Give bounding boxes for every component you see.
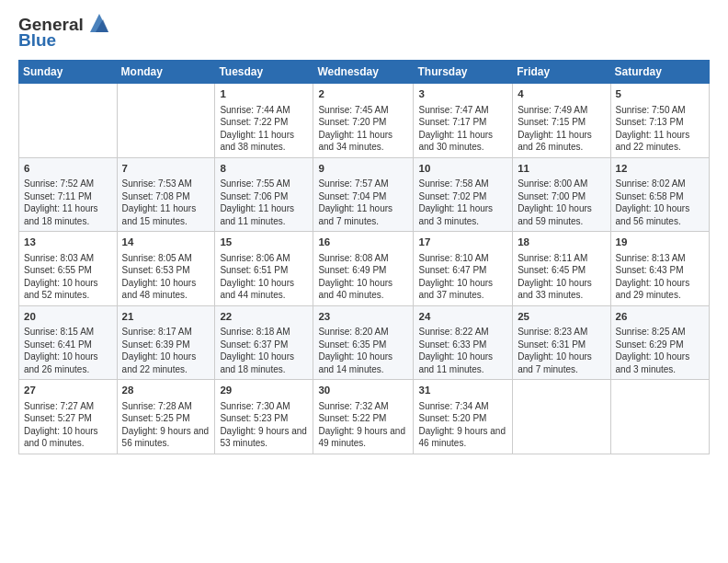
- day-cell: 30Sunrise: 7:32 AMSunset: 5:22 PMDayligh…: [313, 380, 414, 454]
- day-cell: 23Sunrise: 8:20 AMSunset: 6:35 PMDayligh…: [313, 305, 414, 380]
- day-number: 11: [518, 162, 605, 177]
- day-info: Sunrise: 7:28 AM: [122, 400, 210, 413]
- day-info: Daylight: 10 hours and 14 minutes.: [318, 350, 408, 375]
- day-info: Sunset: 6:29 PM: [616, 339, 704, 351]
- day-number: 6: [24, 162, 112, 177]
- day-info: Sunset: 7:13 PM: [616, 116, 704, 129]
- day-cell: 4Sunrise: 7:49 AMSunset: 7:15 PMDaylight…: [513, 84, 610, 158]
- day-number: 21: [122, 310, 210, 325]
- day-info: Daylight: 10 hours and 18 minutes.: [220, 350, 308, 375]
- day-info: Sunset: 6:43 PM: [616, 264, 704, 277]
- day-info: Daylight: 11 hours and 3 minutes.: [418, 202, 507, 227]
- day-info: Sunrise: 8:00 AM: [518, 178, 605, 190]
- day-number: 18: [518, 236, 605, 250]
- day-info: Daylight: 9 hours and 53 minutes.: [220, 425, 308, 450]
- day-cell: 10Sunrise: 7:58 AMSunset: 7:02 PMDayligh…: [414, 157, 513, 232]
- day-cell: 18Sunrise: 8:11 AMSunset: 6:45 PMDayligh…: [513, 232, 610, 306]
- day-cell: 17Sunrise: 8:10 AMSunset: 6:47 PMDayligh…: [414, 232, 513, 306]
- day-number: 26: [616, 310, 704, 325]
- day-cell: 27Sunrise: 7:27 AMSunset: 5:27 PMDayligh…: [19, 380, 118, 454]
- day-info: Sunset: 6:53 PM: [122, 264, 210, 277]
- logo-blue: Blue: [18, 30, 56, 51]
- day-info: Sunrise: 7:55 AM: [220, 178, 308, 190]
- weekday-saturday: Saturday: [610, 61, 709, 84]
- day-number: 19: [616, 236, 704, 250]
- day-info: Sunrise: 7:52 AM: [24, 178, 112, 190]
- day-cell: 5Sunrise: 7:50 AMSunset: 7:13 PMDaylight…: [610, 84, 709, 158]
- page: General Blue SundayMondayTuesdayWednesda…: [0, 0, 728, 563]
- day-info: Daylight: 10 hours and 29 minutes.: [616, 277, 704, 302]
- day-cell: 31Sunrise: 7:34 AMSunset: 5:20 PMDayligh…: [414, 380, 513, 454]
- day-cell: 11Sunrise: 8:00 AMSunset: 7:00 PMDayligh…: [513, 157, 610, 232]
- day-info: Sunset: 7:06 PM: [220, 190, 308, 203]
- day-info: Sunrise: 7:57 AM: [318, 178, 408, 190]
- day-info: Daylight: 10 hours and 40 minutes.: [318, 277, 408, 302]
- week-row-5: 27Sunrise: 7:27 AMSunset: 5:27 PMDayligh…: [19, 380, 710, 454]
- day-cell: 1Sunrise: 7:44 AMSunset: 7:22 PMDaylight…: [215, 84, 313, 158]
- day-info: Sunset: 6:58 PM: [616, 190, 704, 203]
- day-info: Sunrise: 8:15 AM: [24, 326, 112, 339]
- day-number: 23: [318, 310, 408, 325]
- day-number: 28: [122, 384, 210, 398]
- day-cell: [117, 84, 215, 158]
- day-number: 15: [220, 236, 308, 250]
- day-number: 31: [418, 384, 507, 398]
- weekday-sunday: Sunday: [19, 61, 118, 84]
- day-info: Sunrise: 8:05 AM: [122, 252, 210, 265]
- day-cell: 15Sunrise: 8:06 AMSunset: 6:51 PMDayligh…: [215, 232, 313, 306]
- day-info: Sunrise: 7:58 AM: [418, 178, 507, 190]
- day-info: Sunrise: 7:44 AM: [220, 104, 308, 117]
- day-cell: 13Sunrise: 8:03 AMSunset: 6:55 PMDayligh…: [19, 232, 118, 306]
- day-info: Daylight: 11 hours and 30 minutes.: [418, 129, 507, 154]
- day-info: Daylight: 10 hours and 7 minutes.: [518, 350, 605, 375]
- day-info: Sunrise: 8:20 AM: [318, 326, 408, 339]
- day-info: Sunset: 7:15 PM: [518, 116, 605, 129]
- day-info: Sunset: 5:23 PM: [220, 412, 308, 425]
- day-cell: 8Sunrise: 7:55 AMSunset: 7:06 PMDaylight…: [215, 157, 313, 232]
- day-info: Sunrise: 7:27 AM: [24, 400, 112, 413]
- logo: General Blue: [18, 14, 112, 51]
- day-number: 14: [122, 236, 210, 250]
- day-info: Sunset: 5:20 PM: [418, 412, 507, 425]
- day-info: Sunset: 6:31 PM: [518, 339, 605, 351]
- day-cell: 22Sunrise: 8:18 AMSunset: 6:37 PMDayligh…: [215, 305, 313, 380]
- day-info: Sunset: 6:47 PM: [418, 264, 507, 277]
- day-info: Sunrise: 8:17 AM: [122, 326, 210, 339]
- day-info: Daylight: 10 hours and 22 minutes.: [122, 350, 210, 375]
- day-cell: 7Sunrise: 7:53 AMSunset: 7:08 PMDaylight…: [117, 157, 215, 232]
- day-info: Daylight: 11 hours and 18 minutes.: [24, 202, 112, 227]
- header: General Blue: [18, 14, 710, 51]
- weekday-monday: Monday: [117, 61, 215, 84]
- day-cell: 26Sunrise: 8:25 AMSunset: 6:29 PMDayligh…: [610, 305, 709, 380]
- day-number: 8: [220, 162, 308, 177]
- weekday-tuesday: Tuesday: [215, 61, 313, 84]
- day-info: Sunrise: 8:06 AM: [220, 252, 308, 265]
- day-info: Daylight: 10 hours and 3 minutes.: [616, 350, 704, 375]
- day-info: Daylight: 10 hours and 11 minutes.: [418, 350, 507, 375]
- day-info: Sunset: 5:27 PM: [24, 412, 112, 425]
- day-info: Daylight: 10 hours and 59 minutes.: [518, 202, 605, 227]
- day-info: Sunrise: 8:10 AM: [418, 252, 507, 265]
- day-info: Sunset: 7:08 PM: [122, 190, 210, 203]
- day-info: Sunset: 6:39 PM: [122, 339, 210, 351]
- day-number: 7: [122, 162, 210, 177]
- day-info: Daylight: 9 hours and 49 minutes.: [318, 425, 408, 450]
- day-info: Daylight: 10 hours and 33 minutes.: [518, 277, 605, 302]
- day-info: Daylight: 10 hours and 52 minutes.: [24, 277, 112, 302]
- day-number: 20: [24, 310, 112, 325]
- day-info: Sunrise: 8:25 AM: [616, 326, 704, 339]
- logo-icon: [86, 10, 112, 36]
- day-info: Daylight: 10 hours and 26 minutes.: [24, 350, 112, 375]
- week-row-2: 6Sunrise: 7:52 AMSunset: 7:11 PMDaylight…: [19, 157, 710, 232]
- day-number: 17: [418, 236, 507, 250]
- day-info: Sunset: 6:37 PM: [220, 339, 308, 351]
- day-cell: 19Sunrise: 8:13 AMSunset: 6:43 PMDayligh…: [610, 232, 709, 306]
- day-number: 30: [318, 384, 408, 398]
- day-cell: 3Sunrise: 7:47 AMSunset: 7:17 PMDaylight…: [414, 84, 513, 158]
- day-info: Sunset: 6:51 PM: [220, 264, 308, 277]
- day-info: Sunrise: 8:23 AM: [518, 326, 605, 339]
- day-number: 2: [318, 87, 408, 102]
- day-info: Sunset: 7:02 PM: [418, 190, 507, 203]
- day-info: Sunrise: 7:32 AM: [318, 400, 408, 413]
- day-info: Sunrise: 8:08 AM: [318, 252, 408, 265]
